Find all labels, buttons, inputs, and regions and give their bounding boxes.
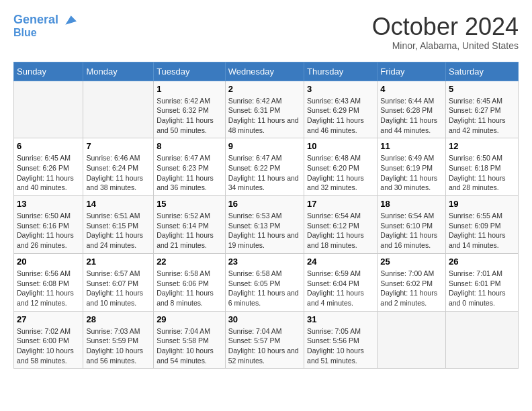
- day-number: 8: [157, 141, 222, 151]
- day-info: Sunrise: 6:50 AM Sunset: 6:16 PM Dayligh…: [17, 211, 80, 250]
- calendar-cell: 29Sunrise: 7:04 AM Sunset: 5:58 PM Dayli…: [154, 311, 226, 369]
- calendar-cell: 3Sunrise: 6:43 AM Sunset: 6:29 PM Daylig…: [304, 81, 378, 138]
- day-number: 4: [380, 84, 443, 94]
- day-info: Sunrise: 6:53 AM Sunset: 6:13 PM Dayligh…: [228, 211, 301, 250]
- day-number: 25: [380, 257, 443, 267]
- day-info: Sunrise: 6:42 AM Sunset: 6:31 PM Dayligh…: [228, 96, 301, 136]
- day-number: 7: [86, 141, 150, 151]
- day-info: Sunrise: 6:50 AM Sunset: 6:18 PM Dayligh…: [449, 153, 515, 193]
- col-header-saturday: Saturday: [445, 62, 518, 81]
- day-number: 31: [307, 314, 374, 324]
- day-number: 27: [17, 314, 80, 324]
- day-number: 30: [228, 314, 301, 324]
- day-number: 26: [449, 257, 515, 267]
- day-number: 19: [449, 199, 515, 209]
- calendar-cell: 12Sunrise: 6:50 AM Sunset: 6:18 PM Dayli…: [445, 138, 518, 196]
- day-info: Sunrise: 6:54 AM Sunset: 6:10 PM Dayligh…: [380, 211, 443, 250]
- day-info: Sunrise: 6:56 AM Sunset: 6:08 PM Dayligh…: [17, 269, 80, 308]
- day-info: Sunrise: 6:46 AM Sunset: 6:24 PM Dayligh…: [86, 153, 150, 193]
- col-header-monday: Monday: [83, 62, 154, 81]
- day-info: Sunrise: 6:42 AM Sunset: 6:32 PM Dayligh…: [157, 96, 222, 136]
- day-info: Sunrise: 7:04 AM Sunset: 5:58 PM Dayligh…: [157, 326, 222, 366]
- calendar-cell: 14Sunrise: 6:51 AM Sunset: 6:15 PM Dayli…: [83, 196, 154, 254]
- day-info: Sunrise: 6:57 AM Sunset: 6:07 PM Dayligh…: [86, 269, 150, 308]
- calendar-cell: 13Sunrise: 6:50 AM Sunset: 6:16 PM Dayli…: [14, 196, 83, 254]
- day-number: 18: [380, 199, 443, 209]
- day-info: Sunrise: 6:58 AM Sunset: 6:06 PM Dayligh…: [157, 269, 222, 308]
- day-number: 29: [157, 314, 222, 324]
- day-info: Sunrise: 6:45 AM Sunset: 6:27 PM Dayligh…: [449, 96, 515, 136]
- day-info: Sunrise: 7:02 AM Sunset: 6:00 PM Dayligh…: [17, 326, 80, 366]
- day-number: 11: [380, 141, 443, 151]
- calendar-cell: 28Sunrise: 7:03 AM Sunset: 5:59 PM Dayli…: [83, 311, 154, 369]
- calendar-cell: 19Sunrise: 6:55 AM Sunset: 6:09 PM Dayli…: [445, 196, 518, 254]
- calendar-cell: [14, 81, 83, 138]
- calendar-cell: 23Sunrise: 6:58 AM Sunset: 6:05 PM Dayli…: [225, 253, 304, 311]
- day-info: Sunrise: 6:54 AM Sunset: 6:12 PM Dayligh…: [307, 211, 374, 250]
- week-row-3: 13Sunrise: 6:50 AM Sunset: 6:16 PM Dayli…: [14, 196, 519, 254]
- calendar-cell: 26Sunrise: 7:01 AM Sunset: 6:01 PM Dayli…: [445, 253, 518, 311]
- calendar-cell: 7Sunrise: 6:46 AM Sunset: 6:24 PM Daylig…: [83, 138, 154, 196]
- day-info: Sunrise: 6:44 AM Sunset: 6:28 PM Dayligh…: [380, 96, 443, 136]
- week-row-2: 6Sunrise: 6:45 AM Sunset: 6:26 PM Daylig…: [14, 138, 519, 196]
- day-number: 10: [307, 141, 374, 151]
- logo: General Blue: [13, 13, 77, 39]
- day-number: 28: [86, 314, 150, 324]
- logo-blue: Blue: [13, 27, 77, 39]
- day-info: Sunrise: 6:47 AM Sunset: 6:23 PM Dayligh…: [157, 153, 222, 193]
- day-info: Sunrise: 6:45 AM Sunset: 6:26 PM Dayligh…: [17, 153, 80, 193]
- col-header-wednesday: Wednesday: [225, 62, 304, 81]
- day-number: 20: [17, 257, 80, 267]
- day-number: 21: [86, 257, 150, 267]
- day-info: Sunrise: 6:49 AM Sunset: 6:19 PM Dayligh…: [380, 153, 443, 193]
- col-header-sunday: Sunday: [14, 62, 83, 81]
- calendar-cell: 21Sunrise: 6:57 AM Sunset: 6:07 PM Dayli…: [83, 253, 154, 311]
- day-number: 1: [157, 84, 222, 94]
- day-info: Sunrise: 6:59 AM Sunset: 6:04 PM Dayligh…: [307, 269, 374, 308]
- day-info: Sunrise: 7:04 AM Sunset: 5:57 PM Dayligh…: [228, 326, 301, 366]
- day-info: Sunrise: 6:55 AM Sunset: 6:09 PM Dayligh…: [449, 211, 515, 250]
- day-info: Sunrise: 7:01 AM Sunset: 6:01 PM Dayligh…: [449, 269, 515, 308]
- calendar-cell: 6Sunrise: 6:45 AM Sunset: 6:26 PM Daylig…: [14, 138, 83, 196]
- week-row-1: 1Sunrise: 6:42 AM Sunset: 6:32 PM Daylig…: [14, 81, 519, 138]
- day-number: 17: [307, 199, 374, 209]
- calendar-cell: 4Sunrise: 6:44 AM Sunset: 6:28 PM Daylig…: [378, 81, 446, 138]
- calendar-cell: 17Sunrise: 6:54 AM Sunset: 6:12 PM Dayli…: [304, 196, 378, 254]
- logo-text: General: [13, 13, 77, 27]
- page-header: General Blue October 2024 Minor, Alabama…: [13, 13, 519, 51]
- day-number: 22: [157, 257, 222, 267]
- title-block: October 2024 Minor, Alabama, United Stat…: [372, 13, 519, 51]
- day-number: 12: [449, 141, 515, 151]
- day-info: Sunrise: 6:43 AM Sunset: 6:29 PM Dayligh…: [307, 96, 374, 136]
- col-header-friday: Friday: [378, 62, 446, 81]
- calendar-cell: 10Sunrise: 6:48 AM Sunset: 6:20 PM Dayli…: [304, 138, 378, 196]
- week-row-4: 20Sunrise: 6:56 AM Sunset: 6:08 PM Dayli…: [14, 253, 519, 311]
- calendar-cell: 9Sunrise: 6:47 AM Sunset: 6:22 PM Daylig…: [225, 138, 304, 196]
- calendar-cell: 20Sunrise: 6:56 AM Sunset: 6:08 PM Dayli…: [14, 253, 83, 311]
- calendar-cell: 1Sunrise: 6:42 AM Sunset: 6:32 PM Daylig…: [154, 81, 226, 138]
- day-number: 24: [307, 257, 374, 267]
- calendar-cell: 18Sunrise: 6:54 AM Sunset: 6:10 PM Dayli…: [378, 196, 446, 254]
- calendar-cell: 25Sunrise: 7:00 AM Sunset: 6:02 PM Dayli…: [378, 253, 446, 311]
- day-info: Sunrise: 6:51 AM Sunset: 6:15 PM Dayligh…: [86, 211, 150, 250]
- calendar-cell: [445, 311, 518, 369]
- calendar-cell: 2Sunrise: 6:42 AM Sunset: 6:31 PM Daylig…: [225, 81, 304, 138]
- calendar-cell: 22Sunrise: 6:58 AM Sunset: 6:06 PM Dayli…: [154, 253, 226, 311]
- day-number: 3: [307, 84, 374, 94]
- day-number: 2: [228, 84, 301, 94]
- calendar-cell: 15Sunrise: 6:52 AM Sunset: 6:14 PM Dayli…: [154, 196, 226, 254]
- day-info: Sunrise: 7:03 AM Sunset: 5:59 PM Dayligh…: [86, 326, 150, 366]
- calendar-cell: 30Sunrise: 7:04 AM Sunset: 5:57 PM Dayli…: [225, 311, 304, 369]
- calendar-table: SundayMondayTuesdayWednesdayThursdayFrid…: [13, 62, 519, 369]
- calendar-cell: 16Sunrise: 6:53 AM Sunset: 6:13 PM Dayli…: [225, 196, 304, 254]
- calendar-cell: 5Sunrise: 6:45 AM Sunset: 6:27 PM Daylig…: [445, 81, 518, 138]
- calendar-cell: 11Sunrise: 6:49 AM Sunset: 6:19 PM Dayli…: [378, 138, 446, 196]
- day-number: 13: [17, 199, 80, 209]
- day-number: 5: [449, 84, 515, 94]
- day-info: Sunrise: 6:48 AM Sunset: 6:20 PM Dayligh…: [307, 153, 374, 193]
- calendar-cell: 31Sunrise: 7:05 AM Sunset: 5:56 PM Dayli…: [304, 311, 378, 369]
- calendar-cell: 24Sunrise: 6:59 AM Sunset: 6:04 PM Dayli…: [304, 253, 378, 311]
- calendar-cell: 27Sunrise: 7:02 AM Sunset: 6:00 PM Dayli…: [14, 311, 83, 369]
- day-info: Sunrise: 7:05 AM Sunset: 5:56 PM Dayligh…: [307, 326, 374, 366]
- calendar-header-row: SundayMondayTuesdayWednesdayThursdayFrid…: [14, 62, 519, 81]
